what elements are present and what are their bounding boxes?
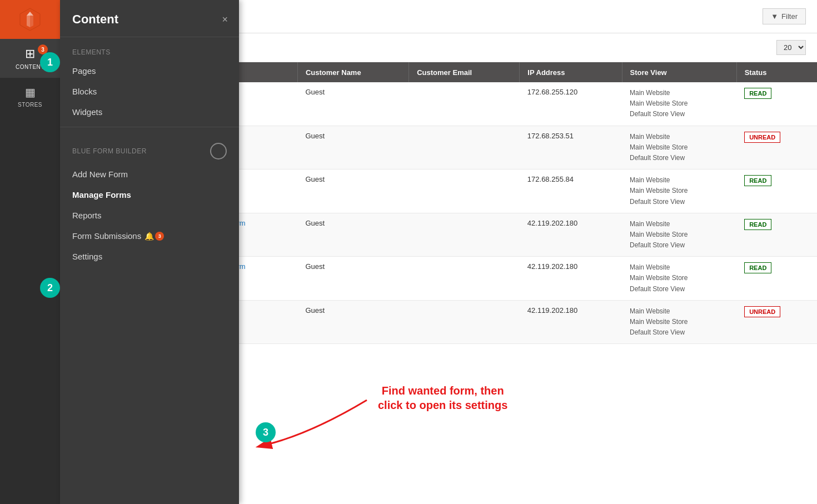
row-customer-name: Guest [297, 213, 409, 257]
left-sidebar: 3 ⊞ CONTENT ▦ STORES [0, 0, 60, 504]
divider [60, 127, 239, 127]
content-panel-title: Content [72, 12, 118, 27]
annotation-wrapper: Find wanted form, thenclick to open its … [378, 383, 507, 412]
col-header-store-view: Store View [622, 62, 736, 82]
filter-label: Filter [781, 12, 798, 21]
status-badge: READ [744, 262, 771, 273]
row-ip-address: 172.68.253.51 [520, 126, 622, 169]
row-status: UNREAD [736, 300, 817, 344]
content-panel: Content × Elements Pages Blocks Widgets … [60, 0, 239, 504]
filter-icon: ▼ [771, 12, 778, 21]
row-customer-email [409, 300, 520, 344]
row-store-view: Main WebsiteMain Website StoreDefault St… [622, 300, 736, 344]
row-ip-address: 172.68.255.84 [520, 169, 622, 213]
row-status: READ [736, 169, 817, 213]
bell-icon: 🔔 [145, 232, 154, 241]
row-customer-email [409, 213, 520, 257]
per-page-select[interactable]: 20 [776, 40, 806, 55]
menu-item-pages[interactable]: Pages [60, 61, 239, 81]
content-panel-close-button[interactable]: × [222, 14, 228, 24]
row-customer-name: Guest [297, 300, 409, 344]
menu-item-blocks[interactable]: Blocks [60, 81, 239, 102]
status-badge: UNREAD [744, 132, 780, 143]
row-customer-name: Guest [297, 82, 409, 126]
status-badge: READ [744, 219, 771, 230]
row-store-view: Main WebsiteMain Website StoreDefault St… [622, 82, 736, 126]
row-store-view: Main WebsiteMain Website StoreDefault St… [622, 126, 736, 169]
content-panel-header: Content × [60, 0, 239, 37]
menu-item-add-new-form[interactable]: Add New Form [60, 164, 239, 184]
logo-area [0, 0, 60, 39]
blue-form-builder-header: Blue Form Builder [60, 132, 239, 164]
row-ip-address: 172.68.255.120 [520, 82, 622, 126]
annotation-arrow [233, 389, 389, 456]
form-submissions-badge: 3 [155, 232, 164, 241]
row-status: READ [736, 213, 817, 257]
step-1-circle: 1 [40, 52, 60, 72]
row-customer-name: Guest [297, 126, 409, 169]
magento-logo [18, 7, 42, 32]
status-badge: READ [744, 88, 771, 99]
form-submissions-badge-wrap: 🔔 3 [145, 232, 164, 241]
blue-form-section-label: Blue Form Builder [72, 147, 147, 155]
annotation-text: Find wanted form, thenclick to open its … [378, 383, 507, 412]
sidebar-item-stores[interactable]: ▦ STORES [0, 78, 60, 116]
status-badge: UNREAD [744, 306, 780, 317]
row-customer-email [409, 82, 520, 126]
row-ip-address: 42.119.202.180 [520, 213, 622, 257]
step-2-circle: 2 [40, 278, 60, 298]
row-store-view: Main WebsiteMain Website StoreDefault St… [622, 169, 736, 213]
elements-section-label: Elements [60, 37, 239, 61]
top-bar-right: ▼ Filter [763, 8, 806, 24]
row-store-view: Main WebsiteMain Website StoreDefault St… [622, 257, 736, 301]
form-submissions-label: Form Submissions [72, 231, 141, 241]
row-ip-address: 42.119.202.180 [520, 300, 622, 344]
filter-button[interactable]: ▼ Filter [763, 8, 806, 24]
menu-item-reports[interactable]: Reports [60, 205, 239, 226]
col-header-customer-email: Customer Email [409, 62, 520, 82]
row-status: READ [736, 82, 817, 126]
row-customer-email [409, 169, 520, 213]
row-customer-name: Guest [297, 169, 409, 213]
menu-item-form-submissions[interactable]: Form Submissions 🔔 3 [60, 226, 239, 246]
content-icon: ⊞ [25, 47, 35, 61]
row-customer-email [409, 126, 520, 169]
row-customer-name: Guest [297, 257, 409, 301]
menu-item-widgets[interactable]: Widgets [60, 102, 239, 122]
status-badge: READ [744, 175, 771, 186]
blue-form-toggle[interactable] [210, 143, 227, 159]
menu-item-manage-forms[interactable]: Manage Forms [60, 184, 239, 205]
menu-item-settings[interactable]: Settings [60, 246, 239, 267]
stores-icon: ▦ [25, 86, 36, 99]
row-customer-email [409, 257, 520, 301]
row-ip-address: 42.119.202.180 [520, 257, 622, 301]
row-store-view: Main WebsiteMain Website StoreDefault St… [622, 213, 736, 257]
step-3-circle: 3 [256, 422, 276, 442]
col-header-customer-name: Customer Name [297, 62, 409, 82]
row-status: UNREAD [736, 126, 817, 169]
col-header-status: Status [736, 62, 817, 82]
row-status: READ [736, 257, 817, 301]
col-header-ip-address: IP Address [520, 62, 622, 82]
stores-label: STORES [18, 102, 42, 108]
